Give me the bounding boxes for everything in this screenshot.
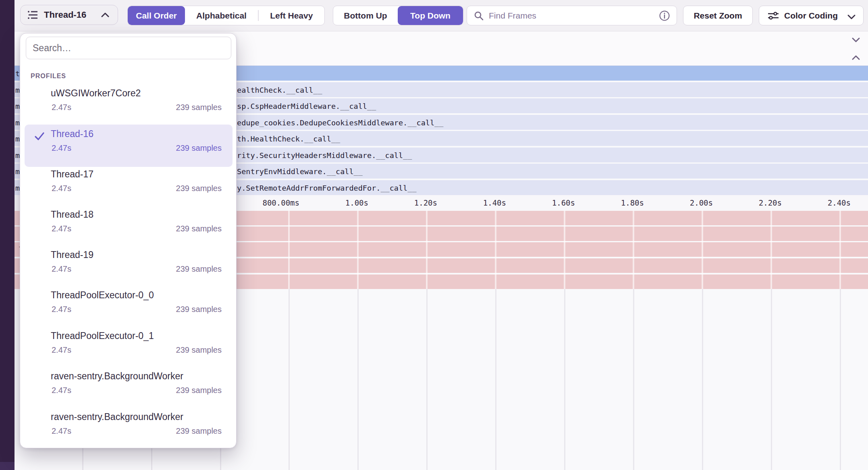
- axis-tick-label: 1.00s: [304, 198, 368, 207]
- dropdown-section-label: PROFILES: [31, 73, 66, 80]
- top-down-button[interactable]: Top Down: [398, 6, 463, 25]
- profile-samples: 239 samples: [176, 264, 222, 274]
- axis-tick-label: 2.00s: [648, 198, 713, 207]
- gridline: [564, 289, 565, 470]
- gridline: [357, 289, 359, 470]
- frame-text: ealthCheck.__call__: [237, 85, 322, 94]
- profile-name: uWSGIWorker7Core2: [51, 88, 141, 99]
- chevron-up-icon: [100, 10, 110, 20]
- gridline: [771, 289, 772, 470]
- gridline: [495, 211, 496, 289]
- profile-option-selected[interactable]: Thread-16 2.47s 239 samples: [25, 125, 233, 167]
- profile-duration: 2.47s: [52, 345, 71, 355]
- thread-selector-label: Thread-16: [44, 10, 86, 20]
- profile-option[interactable]: ThreadPoolExecutor-0_0 2.47s 239 samples: [25, 286, 233, 328]
- frame-text-fragment: m: [15, 134, 20, 143]
- frame-text: edupe_cookies.DedupeCookiesMiddleware.__…: [237, 118, 443, 127]
- find-frames-input[interactable]: [488, 10, 659, 21]
- frame-text-fragment: m: [15, 118, 20, 127]
- profile-duration: 2.47s: [52, 143, 71, 153]
- axis-tick-label: 1.20s: [373, 198, 437, 207]
- axis-tick-label: 1.60s: [511, 198, 575, 207]
- profile-samples: 239 samples: [176, 224, 222, 233]
- profile-name: Thread-17: [51, 169, 93, 180]
- direction-segmented-control: Bottom Up Top Down: [333, 6, 463, 25]
- profile-option[interactable]: ThreadPoolExecutor-0_1 2.47s 239 samples: [25, 327, 233, 369]
- profile-samples: 239 samples: [176, 345, 222, 355]
- gridline: [426, 211, 428, 289]
- profile-option[interactable]: Thread-17 2.47s 239 samples: [25, 165, 233, 207]
- color-coding-button[interactable]: Color Coding: [759, 6, 864, 25]
- profile-samples: 239 samples: [176, 305, 222, 314]
- profile-samples: 239 samples: [176, 426, 222, 436]
- axis-tick-label: 1.40s: [442, 198, 506, 207]
- sort-alphabetical-button[interactable]: Alphabetical: [185, 6, 258, 25]
- thread-selector-button[interactable]: Thread-16: [20, 5, 118, 25]
- profile-samples: 239 samples: [176, 143, 222, 153]
- color-coding-label: Color Coding: [784, 11, 838, 21]
- axis-tick-label: 800.00ms: [235, 198, 299, 207]
- profile-duration: 2.47s: [52, 426, 71, 436]
- bottom-up-button[interactable]: Bottom Up: [333, 6, 398, 25]
- profile-name: ThreadPoolExecutor-0_0: [51, 290, 154, 301]
- profile-option[interactable]: raven-sentry.BackgroundWorker 2.47s 239 …: [25, 408, 233, 450]
- sliders-icon: [767, 10, 779, 21]
- frame-text: rity.SecurityHeadersMiddleware.__call__: [237, 151, 412, 159]
- sort-call-order-button[interactable]: Call Order: [128, 6, 185, 25]
- axis-tick-label: 1.80s: [579, 198, 644, 207]
- frame-text-fragment: m: [15, 102, 20, 110]
- search-icon: [473, 10, 484, 21]
- frame-text-fragment: t: [15, 69, 20, 77]
- profile-option[interactable]: raven-sentry.BackgroundWorker 2.47s 239 …: [25, 367, 233, 409]
- profile-option[interactable]: Thread-19 2.47s 239 samples: [25, 245, 233, 288]
- dropdown-search-input[interactable]: [32, 42, 225, 54]
- checkmark-icon: [33, 130, 46, 142]
- profile-option[interactable]: Thread-18 2.47s 239 samples: [25, 205, 233, 247]
- chevron-up-icon[interactable]: [850, 53, 862, 62]
- gridline: [495, 289, 496, 470]
- profile-duration: 2.47s: [52, 184, 71, 193]
- profile-samples: 239 samples: [176, 184, 222, 193]
- frame-text: SentryEnvMiddleware.__call__: [237, 167, 363, 175]
- profile-name: raven-sentry.BackgroundWorker: [51, 371, 183, 382]
- gridline: [564, 211, 565, 289]
- gridline: [633, 289, 634, 470]
- reset-zoom-button[interactable]: Reset Zoom: [683, 6, 753, 25]
- profile-option[interactable]: uWSGIWorker7Core2 2.47s 239 samples: [25, 84, 233, 126]
- profile-name: Thread-19: [51, 250, 93, 260]
- gridline: [702, 211, 703, 289]
- frame-text-fragment: m: [15, 167, 20, 175]
- frame-text-fragment: m: [15, 151, 20, 159]
- gridline: [840, 289, 841, 470]
- gridline: [702, 289, 703, 470]
- profile-name: Thread-18: [51, 209, 93, 220]
- find-frames-search: [467, 6, 677, 25]
- gridline: [770, 211, 772, 289]
- gridline: [633, 211, 634, 289]
- chevron-down-icon: [846, 12, 857, 21]
- sort-left-heavy-button[interactable]: Left Heavy: [259, 6, 325, 25]
- profile-duration: 2.47s: [52, 386, 71, 395]
- frame-text: y.SetRemoteAddrFromForwardedFor.__call__: [237, 183, 417, 192]
- frame-text: th.HealthCheck.__call__: [237, 134, 340, 143]
- profile-duration: 2.47s: [52, 224, 71, 233]
- profile-name: ThreadPoolExecutor-0_1: [51, 331, 154, 341]
- sort-mode-segmented-control: Call Order Alphabetical Left Heavy: [127, 6, 325, 25]
- axis-tick-label: 2.20s: [717, 198, 782, 207]
- profile-name: Thread-16: [51, 129, 93, 139]
- frame-text: sp.CspHeaderMiddleware.__call__: [237, 102, 376, 110]
- frame-text-fragment: m: [15, 183, 20, 192]
- thread-dropdown-panel: PROFILES uWSGIWorker7Core2 2.47s 239 sam…: [20, 33, 237, 448]
- chevron-down-icon[interactable]: [850, 35, 862, 45]
- info-icon[interactable]: [659, 10, 670, 21]
- gridline: [839, 211, 841, 289]
- axis-tick-label: 2.40s: [786, 198, 851, 207]
- profiler-flamegraph-app: t m ealthCheck.__call__ m sp.CspHeaderMi…: [0, 0, 868, 470]
- profile-samples: 239 samples: [176, 386, 222, 395]
- left-rail-footer-block: [0, 462, 15, 470]
- profile-duration: 2.47s: [52, 305, 71, 314]
- gridline: [289, 289, 290, 470]
- left-nav-rail[interactable]: [0, 0, 15, 470]
- profile-duration: 2.47s: [52, 103, 71, 112]
- dropdown-search-box: [26, 37, 231, 59]
